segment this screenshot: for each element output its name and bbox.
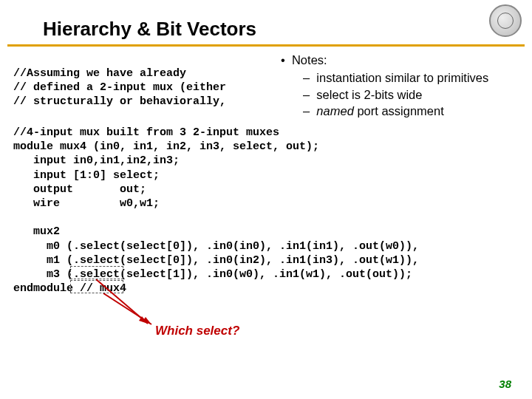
logo-badge: [489, 4, 522, 37]
notes-heading: • Notes:: [281, 52, 488, 68]
slide-title: Hierarchy & Bit Vectors: [43, 18, 256, 41]
title-underline: [7, 44, 525, 47]
notes-heading-text: Notes:: [292, 53, 327, 66]
callout-text: Which select?: [155, 324, 239, 338]
page-number: 38: [499, 378, 511, 390]
notes-block: • Notes: – instantiation similar to prim…: [281, 52, 488, 119]
arrow-2: [96, 293, 163, 330]
svg-marker-3: [143, 317, 151, 324]
code-assumption-comment: //Assuming we have already // defined a …: [13, 66, 226, 109]
notes-item-text: select is 2-bits wide: [316, 88, 422, 101]
notes-item-text: port assignment: [357, 104, 443, 117]
notes-item: – named port assignment: [281, 103, 488, 119]
notes-item-text: instantiation similar to primitives: [316, 71, 488, 84]
notes-item: – instantiation similar to primitives: [281, 69, 488, 86]
logo-inner: [497, 13, 514, 29]
notes-item: – select is 2-bits wide: [281, 86, 488, 103]
notes-item-italic: named: [316, 104, 353, 117]
highlight-box-1: [70, 266, 123, 279]
